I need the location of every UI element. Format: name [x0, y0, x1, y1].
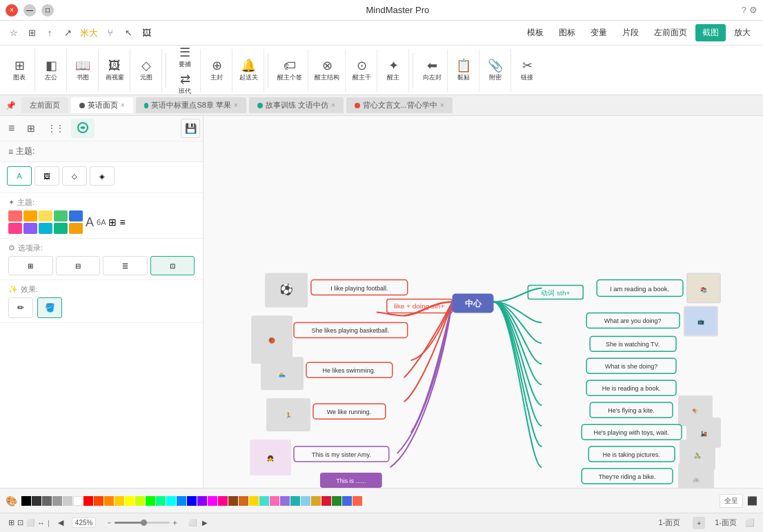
menu-icon[interactable]: 图标	[552, 24, 582, 41]
doc-tab-culture[interactable]: 背心文言文...背心学中 ×	[346, 97, 453, 113]
color-green-cyan[interactable]	[156, 496, 166, 506]
lp-tab-nodes[interactable]: ⋮⋮	[42, 121, 70, 136]
color-swatch-blue[interactable]	[69, 210, 83, 221]
lp-btn-shape[interactable]: ◇	[62, 166, 87, 186]
color-chocolate[interactable]	[239, 496, 248, 506]
layout-opt-4-active[interactable]: ⊡	[150, 256, 195, 275]
ribbon-btn-paste[interactable]: 📋 黏贴	[451, 57, 476, 83]
color-forest-green[interactable]	[332, 496, 341, 506]
zoom-slider[interactable]	[115, 522, 170, 524]
doc-tab-leftpage[interactable]: 左前面页	[21, 97, 68, 113]
color-orange[interactable]	[104, 496, 114, 506]
color-yellow[interactable]	[125, 496, 135, 506]
color-magenta[interactable]	[208, 496, 217, 506]
quick-branch[interactable]: ⑂	[102, 25, 119, 41]
nav-fit-icon[interactable]: ⊡	[17, 518, 23, 527]
menu-zoom[interactable]: 放大	[727, 24, 757, 41]
help-icon[interactable]: ?	[742, 5, 746, 15]
font-size-label-A[interactable]: A	[86, 215, 94, 230]
layout-opt-1[interactable]: ⊞	[8, 256, 53, 275]
lp-tab-layout[interactable]: ≡	[3, 119, 20, 137]
close-tab-english2[interactable]: ×	[234, 101, 238, 109]
color-swatch-amber[interactable]	[69, 223, 83, 234]
effect-btn-2-active[interactable]: 🪣	[37, 297, 62, 318]
nav-arrow-right[interactable]: ▶	[202, 519, 208, 526]
ribbon-btn-left[interactable]: ◧ 左公	[39, 57, 63, 83]
color-black[interactable]	[21, 496, 31, 506]
lp-btn-text-a[interactable]: A	[7, 166, 32, 186]
color-turquoise[interactable]	[259, 496, 269, 506]
quick-image[interactable]: 🖼	[138, 25, 155, 41]
color-cyan[interactable]	[166, 496, 176, 506]
color-yellow-orange[interactable]	[115, 496, 124, 506]
quick-arrow[interactable]: ↗	[59, 25, 76, 41]
menu-variable[interactable]: 变量	[584, 24, 614, 41]
ribbon-btn-main[interactable]: ⊕ 主封	[204, 57, 229, 83]
color-lightgray[interactable]	[63, 496, 72, 506]
ribbon-btn-element[interactable]: ◇ 元图	[134, 57, 159, 83]
nav-expand-icon[interactable]: ⬜	[188, 519, 197, 526]
color-hot-pink[interactable]	[218, 496, 228, 506]
color-red-orange[interactable]	[94, 496, 103, 506]
ribbon-btn-replace[interactable]: ⇄ 班代	[172, 70, 197, 96]
zoom-minus[interactable]: －	[106, 518, 113, 528]
lp-btn-color-fill[interactable]: ◈	[90, 166, 115, 186]
color-darkgray[interactable]	[32, 496, 41, 506]
ribbon-btn-direction[interactable]: ⬅ 向左封	[419, 57, 444, 83]
color-violet[interactable]	[197, 496, 207, 506]
color-royal-blue[interactable]	[342, 496, 352, 506]
doc-tab-chinese[interactable]: 故事训练 文语中仿 ×	[249, 97, 344, 113]
ribbon-btn-attach[interactable]: 📎 附密	[483, 57, 508, 83]
color-picker-icon[interactable]: ⬛	[747, 496, 757, 506]
color-crimson[interactable]	[321, 496, 331, 506]
lp-tab-grid[interactable]: ⊞	[21, 120, 41, 137]
page-prev-icon[interactable]: ◀	[58, 518, 63, 527]
maximize-button[interactable]: □	[41, 4, 54, 17]
color-swatch-yellow[interactable]	[39, 210, 52, 221]
color-swatch-purple[interactable]	[23, 223, 37, 234]
quick-up[interactable]: ↑	[41, 25, 58, 41]
font-size-num[interactable]: 6A	[97, 218, 106, 226]
layout-opt-3[interactable]: ☰	[103, 256, 148, 275]
settings-icon[interactable]: ⚙	[749, 5, 757, 15]
color-white[interactable]	[73, 496, 83, 506]
add-page-btn[interactable]: +	[693, 517, 705, 529]
minimize-button[interactable]: —	[23, 4, 36, 17]
ribbon-btn-send[interactable]: 🔔 起送关	[236, 57, 261, 83]
zoom-plus[interactable]: ＋	[171, 518, 179, 528]
nav-end-icon[interactable]: ⬜	[745, 518, 755, 527]
nav-arrow-icon[interactable]: ↔	[37, 519, 45, 527]
list-view-icon[interactable]: ≡	[119, 217, 125, 228]
lp-btn-image[interactable]: 🖼	[34, 166, 59, 186]
ribbon-btn-wake-stem[interactable]: ⊙ 醒主干	[349, 57, 374, 83]
color-gray[interactable]	[42, 496, 52, 506]
menu-segment[interactable]: 片段	[615, 24, 646, 41]
quick-pointer[interactable]: ↖	[120, 25, 137, 41]
grid-view-icon[interactable]: ⊞	[108, 217, 117, 228]
color-swatch-teal[interactable]	[54, 223, 68, 234]
close-tab-chinese[interactable]: ×	[331, 101, 335, 109]
menu-leftright[interactable]: 左前面页	[647, 24, 694, 41]
color-tomato[interactable]	[353, 496, 362, 506]
ribbon-btn-wake[interactable]: ✦ 醒主	[381, 57, 406, 83]
menu-template[interactable]: 模板	[520, 24, 551, 41]
menu-screenshot[interactable]: 截图	[695, 24, 726, 41]
ribbon-btn-cut[interactable]: ✂ 链接	[515, 57, 539, 83]
ribbon-btn-capture[interactable]: ☰ 要捕	[172, 46, 197, 70]
color-gold[interactable]	[249, 496, 259, 506]
color-swatch-orange[interactable]	[23, 210, 37, 221]
color-pink[interactable]	[270, 496, 279, 506]
quick-grid[interactable]: ⊞	[23, 25, 40, 41]
font-size-indicator[interactable]: 米大	[77, 27, 101, 39]
lp-btn-save[interactable]: 💾	[181, 119, 200, 138]
close-button[interactable]: ×	[6, 4, 18, 17]
doc-tab-english[interactable]: 英语面页 ×	[71, 97, 133, 113]
layout-opt-2[interactable]: ⊟	[56, 256, 101, 275]
color-medgray[interactable]	[52, 496, 62, 506]
color-light-blue[interactable]	[177, 496, 186, 506]
color-brown[interactable]	[228, 496, 238, 506]
lp-tab-style[interactable]	[71, 119, 95, 138]
doc-tab-english2[interactable]: 英语中标重点S8章 苹果 ×	[136, 97, 246, 113]
ribbon-btn-wake-sign[interactable]: 🏷 醒主个签	[275, 57, 305, 83]
color-yellow-green[interactable]	[135, 496, 145, 506]
